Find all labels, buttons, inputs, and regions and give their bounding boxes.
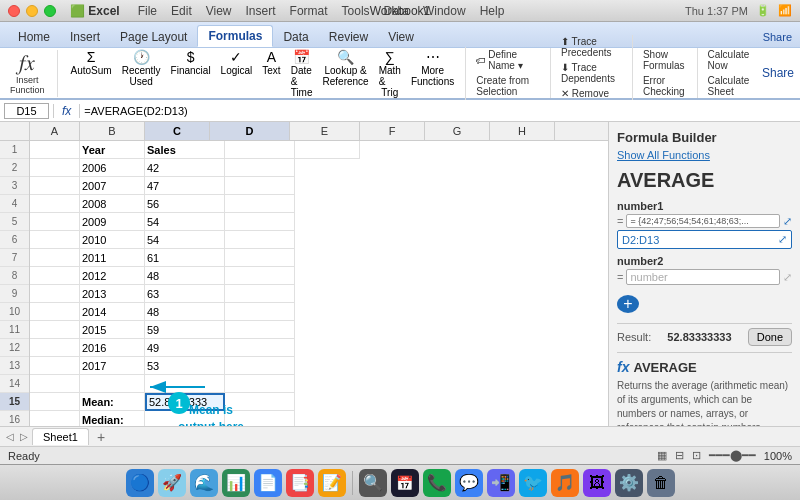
grid-cell[interactable]	[30, 375, 80, 393]
grid-cell[interactable]	[30, 303, 80, 321]
col-header-c[interactable]: C	[145, 122, 210, 140]
dock-calendar-icon[interactable]: 📅	[391, 469, 419, 497]
tab-page-layout[interactable]: Page Layout	[110, 27, 197, 47]
menu-edit[interactable]: Edit	[171, 4, 192, 18]
grid-cell[interactable]	[225, 285, 295, 303]
grid-cell[interactable]	[225, 339, 295, 357]
dock-system-prefs-icon[interactable]: ⚙️	[615, 469, 643, 497]
logical-btn[interactable]: ✓ Logical	[218, 47, 256, 100]
grid-cell[interactable]	[225, 195, 295, 213]
maximize-button[interactable]	[44, 5, 56, 17]
grid-cell[interactable]: 61	[145, 249, 225, 267]
grid-cell[interactable]	[30, 231, 80, 249]
row-header-16[interactable]: 16	[0, 411, 29, 426]
grid-cell[interactable]	[225, 411, 295, 426]
grid-cell[interactable]: 59	[145, 321, 225, 339]
close-button[interactable]	[8, 5, 20, 17]
grid-cell[interactable]	[225, 393, 295, 411]
row-header-13[interactable]: 13	[0, 357, 29, 375]
col-header-d[interactable]: D	[210, 122, 290, 140]
math-btn[interactable]: ∑ Math & Trig	[376, 47, 404, 100]
recently-used-btn[interactable]: 🕐 Recently Used	[119, 47, 164, 100]
menu-format[interactable]: Format	[290, 4, 328, 18]
grid-cell[interactable]	[30, 285, 80, 303]
dock-ppt-icon[interactable]: 📑	[286, 469, 314, 497]
menu-help[interactable]: Help	[480, 4, 505, 18]
dock-notes-icon[interactable]: 📝	[318, 469, 346, 497]
more-btn[interactable]: ⋯ More Functions	[408, 47, 457, 100]
grid-cell[interactable]: 63	[145, 285, 225, 303]
grid-cell[interactable]	[30, 213, 80, 231]
add-sheet-button[interactable]: +	[91, 427, 111, 447]
tab-insert[interactable]: Insert	[60, 27, 110, 47]
trace-dependents-btn[interactable]: ⬇ Trace Dependents	[557, 61, 624, 85]
create-from-selection-btn[interactable]: Create from Selection	[472, 74, 542, 98]
done-button[interactable]: Done	[748, 328, 792, 346]
show-formulas-btn[interactable]: ShowFormulas	[639, 48, 689, 72]
grid-cell[interactable]	[225, 321, 295, 339]
grid-cell[interactable]: 2006	[80, 159, 145, 177]
expand-icon[interactable]: ⤢	[783, 215, 792, 228]
grid-cell[interactable]	[30, 195, 80, 213]
dock-finder-icon[interactable]: 🔵	[126, 469, 154, 497]
row-header-11[interactable]: 11	[0, 321, 29, 339]
col-header-a[interactable]: A	[30, 122, 80, 140]
error-checking-btn[interactable]: ErrorChecking	[639, 74, 689, 98]
zoom-slider[interactable]: ━━━⬤━━	[709, 449, 756, 462]
grid-cell-c1[interactable]: Sales	[145, 141, 225, 159]
row-header-8[interactable]: 8	[0, 267, 29, 285]
grid-cell[interactable]	[30, 159, 80, 177]
grid-cell[interactable]	[30, 249, 80, 267]
dock-trash-icon[interactable]: 🗑	[647, 469, 675, 497]
grid-cell[interactable]	[225, 375, 295, 393]
col-header-g[interactable]: G	[425, 122, 490, 140]
row-header-2[interactable]: 2	[0, 159, 29, 177]
menu-tools[interactable]: Tools	[342, 4, 370, 18]
show-all-functions-link[interactable]: Show All Functions	[617, 149, 792, 161]
calculate-sheet-btn[interactable]: Calculate Sheet	[704, 74, 756, 98]
tab-view[interactable]: View	[378, 27, 424, 47]
row-header-6[interactable]: 6	[0, 231, 29, 249]
menu-file[interactable]: File	[138, 4, 157, 18]
sheet-nav-left[interactable]: ◁	[4, 431, 16, 442]
grid-cell[interactable]	[225, 267, 295, 285]
grid-cell[interactable]: 56	[145, 195, 225, 213]
define-name-btn[interactable]: 🏷 Define Name ▾	[472, 48, 542, 72]
insert-function-btn[interactable]: 𝑓𝑥 Insert Function	[6, 50, 49, 97]
grid-cell[interactable]	[30, 339, 80, 357]
row-header-3[interactable]: 3	[0, 177, 29, 195]
grid-cell[interactable]	[30, 393, 80, 411]
tab-formulas[interactable]: Formulas	[197, 25, 273, 47]
formula-input[interactable]	[84, 105, 796, 117]
grid-cell-a1[interactable]	[30, 141, 80, 159]
grid-cell[interactable]	[225, 213, 295, 231]
grid-cell[interactable]	[225, 177, 295, 195]
dock-facetime-icon[interactable]: 📞	[423, 469, 451, 497]
trace-precedents-btn[interactable]: ⬆ Trace Precedents	[557, 35, 624, 59]
share-button[interactable]: Share	[763, 31, 792, 47]
number1-ref-box[interactable]: D2:D13 ⤢	[617, 230, 792, 249]
col-header-f[interactable]: F	[360, 122, 425, 140]
grid-cell[interactable]: 2009	[80, 213, 145, 231]
dock-search-icon[interactable]: 🔍	[359, 469, 387, 497]
grid-cell[interactable]: 48	[145, 303, 225, 321]
grid-cell[interactable]	[30, 357, 80, 375]
row-header-5[interactable]: 5	[0, 213, 29, 231]
grid-cell[interactable]: 48	[145, 267, 225, 285]
grid-cell[interactable]	[225, 303, 295, 321]
grid-cell[interactable]	[225, 231, 295, 249]
row-header-9[interactable]: 9	[0, 285, 29, 303]
row-header-10[interactable]: 10	[0, 303, 29, 321]
grid-cell[interactable]: 49	[145, 339, 225, 357]
row-header-1[interactable]: 1	[0, 141, 29, 159]
view-layout-icon[interactable]: ⊟	[675, 449, 684, 462]
grid-cell[interactable]: 2017	[80, 357, 145, 375]
number2-placeholder[interactable]: number	[626, 269, 780, 285]
median-label-cell[interactable]: Median:	[80, 411, 145, 426]
grid-cell[interactable]	[145, 375, 225, 393]
tab-review[interactable]: Review	[319, 27, 378, 47]
row-header-14[interactable]: 14	[0, 375, 29, 393]
grid-cell[interactable]: 2007	[80, 177, 145, 195]
view-normal-icon[interactable]: ▦	[657, 449, 667, 462]
menu-view[interactable]: View	[206, 4, 232, 18]
